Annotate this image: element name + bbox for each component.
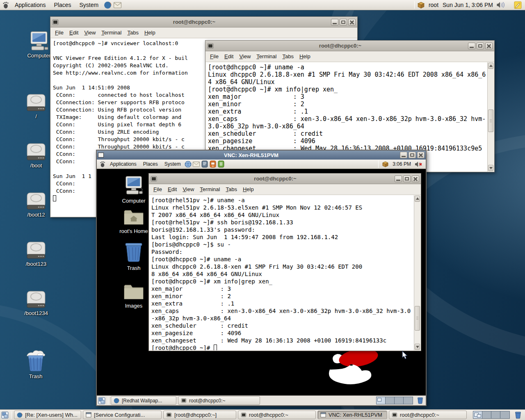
- menu-item[interactable]: View: [236, 52, 253, 61]
- terminal-line: [root@dhcppc0 ~]# xm info|grep xen_: [208, 86, 486, 93]
- menu-item[interactable]: Terminal: [253, 52, 279, 61]
- notes-icon[interactable]: [514, 1, 522, 9]
- minimize-button[interactable]: [468, 43, 475, 49]
- close-button[interactable]: [348, 19, 356, 25]
- scroll-down-button[interactable]: [415, 344, 420, 350]
- workspace-3[interactable]: [395, 397, 404, 404]
- package-icon[interactable]: [381, 160, 389, 168]
- maximize-button[interactable]: [477, 43, 484, 49]
- ooo-impress-icon[interactable]: [209, 160, 217, 168]
- menu-item[interactable]: File: [207, 52, 221, 61]
- menu-item[interactable]: Terminal: [197, 185, 223, 194]
- menu-item[interactable]: Edit: [221, 52, 236, 61]
- scrollbar-thumb[interactable]: [415, 306, 420, 331]
- vnc-terminal-scrollbar[interactable]: [414, 195, 420, 350]
- volume-muted-icon[interactable]: [414, 160, 422, 168]
- task-button-service-config[interactable]: [Service Configurati...: [83, 411, 162, 419]
- trash-applet-icon[interactable]: [417, 397, 425, 404]
- menu-system[interactable]: System: [76, 0, 102, 9]
- desktop-icon-trash[interactable]: Trash: [16, 349, 55, 379]
- show-desktop-icon[interactable]: [1, 411, 9, 419]
- terminal-line: Linux dhcppc0 2.6.18.8-xen #1 SMP Fri Ma…: [151, 263, 413, 270]
- terminal-line: [root@dhcppc0 ~]# uname -a: [151, 256, 413, 263]
- vnc-task-button-terminal[interactable]: root@dhcppc0:~: [178, 396, 260, 405]
- terminal2-scrollbar[interactable]: [487, 62, 494, 171]
- task-button-xen-users[interactable]: [Re: [Xen-users] Wh...: [14, 411, 81, 419]
- menu-item[interactable]: Edit: [66, 28, 81, 37]
- email-icon[interactable]: [113, 1, 121, 9]
- menu-places[interactable]: Places: [51, 0, 75, 9]
- close-button[interactable]: [417, 152, 425, 158]
- desktop-icon-boot123-volume[interactable]: /boot123: [16, 241, 56, 267]
- firefox-icon[interactable]: [103, 1, 112, 9]
- show-desktop-icon[interactable]: [98, 397, 105, 404]
- vnc-workspace-switcher[interactable]: [376, 397, 413, 404]
- vnc-titlebar[interactable]: VNC: Xen-RHL51PVM: [97, 151, 426, 160]
- menu-item[interactable]: Tabs: [124, 28, 141, 37]
- vnc-terminal-window[interactable]: root@dhcppc0:~ FileEditViewTerminalTabsH…: [148, 173, 421, 351]
- menu-item[interactable]: Help: [297, 52, 313, 61]
- task-button-terminal-3[interactable]: root@dhcppc0:~: [389, 411, 467, 419]
- menu-item[interactable]: View: [81, 28, 98, 37]
- gnome-foot-icon[interactable]: [98, 160, 107, 168]
- workspace-4[interactable]: [404, 397, 413, 404]
- vnc-task-button-browser[interactable]: [Redhat Wallpap...: [111, 396, 176, 405]
- maximize-button[interactable]: [403, 176, 411, 182]
- menu-item[interactable]: Terminal: [98, 28, 124, 37]
- ooo-calc-icon[interactable]: [217, 160, 225, 168]
- scroll-up-button[interactable]: [415, 196, 420, 202]
- minimize-button[interactable]: [395, 176, 402, 182]
- menu-item[interactable]: Help: [240, 185, 257, 194]
- package-icon[interactable]: [417, 1, 425, 9]
- workspace-2[interactable]: [482, 411, 491, 418]
- desktop-icon-boot1234-volume[interactable]: /boot1234: [16, 290, 56, 316]
- menu-item[interactable]: Help: [142, 28, 158, 37]
- menu-item[interactable]: View: [180, 185, 197, 194]
- close-button[interactable]: [412, 176, 419, 182]
- workspace-1[interactable]: [473, 411, 482, 418]
- desktop-icon-label: /boot1234: [16, 310, 56, 316]
- volume-icon[interactable]: [496, 1, 504, 9]
- vnc-remote-desktop[interactable]: Applications Places System: [97, 160, 426, 405]
- maximize-button[interactable]: [409, 152, 416, 158]
- scroll-down-button[interactable]: [488, 165, 493, 171]
- workspace-4[interactable]: [500, 411, 509, 418]
- panel-separator: [378, 160, 379, 168]
- menu-item[interactable]: Edit: [165, 185, 180, 194]
- workspace-switcher[interactable]: [473, 411, 510, 419]
- task-button-label: VNC: Xen-RHL51PVM: [329, 412, 382, 418]
- scroll-up-button[interactable]: [488, 63, 493, 69]
- workspace-3[interactable]: [491, 411, 500, 418]
- minimize-button[interactable]: [331, 19, 338, 25]
- window-title: root@dhcppc0:~: [59, 19, 330, 25]
- task-button-vnc[interactable]: VNC: Xen-RHL51PVM: [317, 411, 387, 419]
- gnome-foot-icon[interactable]: [2, 1, 10, 9]
- trash-applet-icon[interactable]: [515, 411, 522, 419]
- menu-applications[interactable]: Applications: [11, 0, 49, 9]
- scrollbar-thumb[interactable]: [488, 110, 493, 132]
- menu-item[interactable]: Tabs: [223, 185, 240, 194]
- menu-item[interactable]: File: [52, 28, 66, 37]
- workspace-1[interactable]: [377, 397, 386, 404]
- minimize-button[interactable]: [400, 152, 407, 158]
- globe-icon[interactable]: [184, 160, 192, 168]
- terminal2-titlebar[interactable]: root@dhcppc0:~: [205, 41, 494, 51]
- vnc-terminal-titlebar[interactable]: root@dhcppc0:~: [149, 173, 421, 184]
- menu-item[interactable]: Tabs: [279, 52, 296, 61]
- menu-item[interactable]: File: [151, 185, 165, 194]
- workspace-2[interactable]: [386, 397, 395, 404]
- vnc-menu-system[interactable]: System: [161, 160, 184, 168]
- terminal1-titlebar[interactable]: root@dhcppc0:~: [50, 17, 357, 27]
- vnc-viewer-window[interactable]: VNC: Xen-RHL51PVM Applications Places Sy…: [96, 150, 427, 406]
- vnc-menu-places[interactable]: Places: [140, 160, 161, 168]
- task-button-terminal-2[interactable]: root@dhcppc0:~: [238, 411, 316, 419]
- task-button-terminal-1[interactable]: [root@dhcppc0:~]: [163, 411, 236, 419]
- ooo-writer-icon[interactable]: [201, 160, 209, 168]
- vnc-menu-applications[interactable]: Applications: [107, 160, 140, 168]
- panel-clock[interactable]: Sun Jun 1, 3:06 PM: [442, 2, 494, 8]
- maximize-button[interactable]: [340, 19, 347, 25]
- vnc-panel-clock[interactable]: 3:06 PM: [392, 161, 412, 167]
- close-button[interactable]: [485, 43, 493, 49]
- vnc-terminal-content[interactable]: [root@rhel51pv ~]# uname -aLinux rhel51p…: [149, 195, 420, 350]
- email-icon[interactable]: [192, 160, 201, 168]
